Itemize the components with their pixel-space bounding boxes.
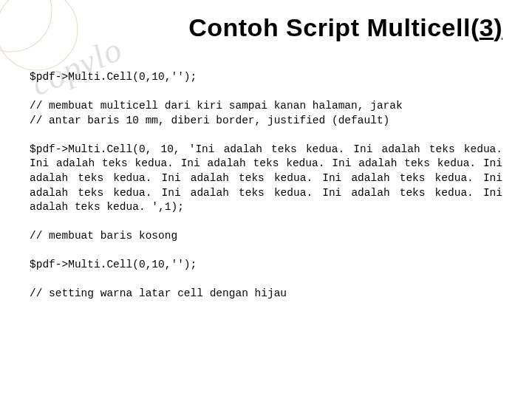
- title-suffix: ): [494, 13, 502, 41]
- title-number: 3: [480, 13, 494, 41]
- slide-title: Contoh Script Multicell(3): [0, 13, 517, 42]
- title-prefix: Contoh Script Multicell(: [188, 13, 480, 41]
- code-block: $pdf->Multi.Cell(0,10,''); // membuat mu…: [30, 70, 502, 301]
